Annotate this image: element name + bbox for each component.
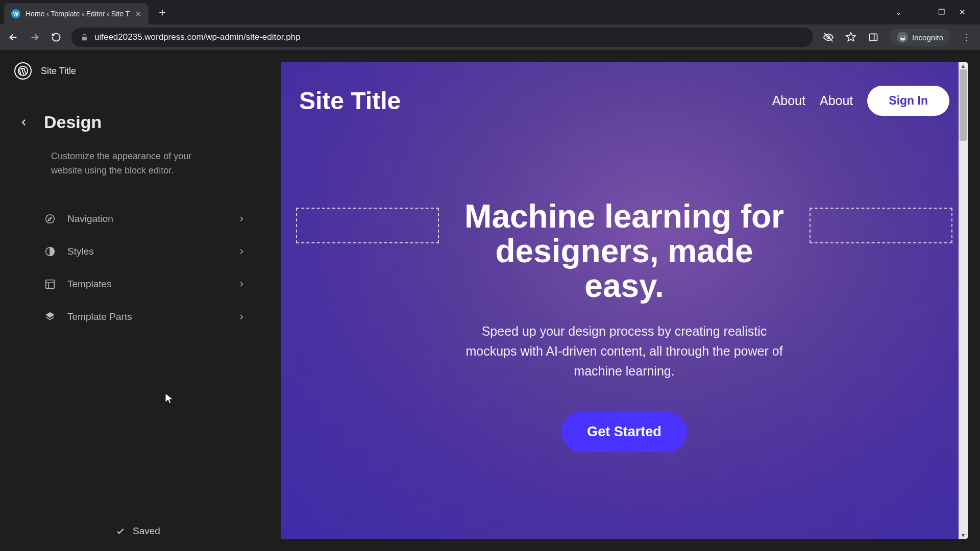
menu-label: Template Parts bbox=[67, 311, 227, 322]
maximize-icon[interactable]: ❐ bbox=[938, 8, 945, 17]
save-status: Saved bbox=[0, 511, 276, 551]
menu-item-templates[interactable]: Templates bbox=[44, 268, 245, 300]
empty-block-placeholder-left[interactable] bbox=[296, 208, 439, 243]
tab-search-icon[interactable]: ⌄ bbox=[895, 8, 902, 17]
svg-rect-1 bbox=[870, 34, 877, 40]
window-controls: ⌄ ― ❐ ✕ bbox=[895, 8, 976, 17]
hero-title[interactable]: Machine learning for designers, made eas… bbox=[455, 199, 793, 303]
hero-subtitle[interactable]: Speed up your design process by creating… bbox=[456, 321, 793, 381]
chevron-right-icon bbox=[238, 313, 245, 320]
incognito-label: Incognito bbox=[912, 33, 943, 42]
reload-icon[interactable] bbox=[50, 31, 62, 43]
get-started-button[interactable]: Get Started bbox=[561, 412, 687, 452]
address-bar: uifeed20235.wordpress.com/wp-admin/site-… bbox=[0, 24, 980, 50]
url-input[interactable]: uifeed20235.wordpress.com/wp-admin/site-… bbox=[71, 28, 813, 47]
sign-in-button[interactable]: Sign In bbox=[867, 86, 949, 116]
hero-content: Machine learning for designers, made eas… bbox=[452, 208, 796, 452]
menu-label: Templates bbox=[67, 279, 227, 290]
back-icon[interactable] bbox=[7, 31, 19, 43]
panel-title: Design bbox=[44, 112, 102, 132]
menu-item-styles[interactable]: Styles bbox=[44, 235, 245, 268]
empty-block-placeholder-right[interactable] bbox=[810, 208, 952, 243]
contrast-icon bbox=[44, 245, 56, 258]
site-title-text: Site Title bbox=[41, 66, 76, 77]
site-editor-app: Site Title Design Customize the appearan… bbox=[0, 50, 980, 551]
incognito-badge[interactable]: ◒ Incognito bbox=[890, 29, 950, 46]
url-text: uifeed20235.wordpress.com/wp-admin/site-… bbox=[94, 32, 301, 42]
bookmark-star-icon[interactable] bbox=[845, 31, 857, 43]
chevron-right-icon bbox=[238, 215, 245, 222]
preview-wrap: Site Title About About Sign In Machine l… bbox=[276, 50, 980, 551]
tab-title: Home ‹ Template ‹ Editor ‹ Site T bbox=[26, 10, 130, 18]
preview-site-title[interactable]: Site Title bbox=[299, 87, 401, 115]
menu-item-template-parts[interactable]: Template Parts bbox=[44, 300, 245, 333]
wordpress-logo-icon[interactable] bbox=[14, 62, 32, 80]
svg-point-3 bbox=[46, 215, 55, 223]
check-icon bbox=[115, 526, 126, 536]
tab-bar: W Home ‹ Template ‹ Editor ‹ Site T ✕ ＋ … bbox=[0, 0, 980, 24]
kebab-menu-icon[interactable]: ⋮ bbox=[961, 31, 973, 43]
panel-description: Customize the appearance of your website… bbox=[0, 137, 276, 193]
compass-icon bbox=[44, 213, 56, 225]
layout-icon bbox=[44, 278, 56, 290]
new-tab-button[interactable]: ＋ bbox=[157, 5, 168, 20]
design-menu: Navigation Styles Templates bbox=[0, 193, 276, 333]
lock-icon bbox=[81, 34, 88, 41]
menu-item-navigation[interactable]: Navigation bbox=[44, 203, 245, 235]
menu-label: Styles bbox=[67, 246, 227, 257]
eye-off-icon[interactable] bbox=[822, 31, 835, 43]
forward-icon[interactable] bbox=[29, 31, 41, 43]
incognito-icon: ◒ bbox=[897, 32, 908, 43]
close-window-icon[interactable]: ✕ bbox=[959, 8, 966, 17]
chevron-right-icon bbox=[238, 248, 245, 255]
saved-label: Saved bbox=[133, 525, 160, 537]
wp-header: Site Title bbox=[0, 50, 276, 92]
browser-tab[interactable]: W Home ‹ Template ‹ Editor ‹ Site T ✕ bbox=[4, 3, 149, 24]
menu-label: Navigation bbox=[67, 213, 227, 224]
design-sidebar: Site Title Design Customize the appearan… bbox=[0, 50, 276, 551]
scroll-down-icon[interactable]: ▼ bbox=[959, 532, 968, 538]
side-panel-icon[interactable] bbox=[867, 31, 879, 43]
browser-chrome: W Home ‹ Template ‹ Editor ‹ Site T ✕ ＋ … bbox=[0, 0, 980, 50]
preview-nav: About About Sign In bbox=[772, 86, 949, 116]
preview-scrollbar[interactable]: ▲ ▼ bbox=[959, 62, 968, 539]
panel-back-button[interactable] bbox=[19, 118, 29, 127]
nav-link-about-1[interactable]: About bbox=[772, 93, 805, 108]
chevron-right-icon bbox=[238, 281, 245, 288]
svg-rect-5 bbox=[46, 280, 55, 289]
scroll-up-icon[interactable]: ▲ bbox=[959, 63, 968, 69]
preview-header: Site Title About About Sign In bbox=[281, 62, 968, 116]
minimize-icon[interactable]: ― bbox=[916, 8, 924, 17]
wordpress-favicon-icon: W bbox=[11, 9, 20, 18]
close-tab-icon[interactable]: ✕ bbox=[135, 9, 141, 19]
diamond-stack-icon bbox=[44, 311, 56, 323]
hero-row: Machine learning for designers, made eas… bbox=[281, 208, 968, 452]
site-preview[interactable]: Site Title About About Sign In Machine l… bbox=[281, 62, 968, 539]
scroll-thumb[interactable] bbox=[960, 69, 967, 141]
nav-link-about-2[interactable]: About bbox=[820, 93, 853, 108]
